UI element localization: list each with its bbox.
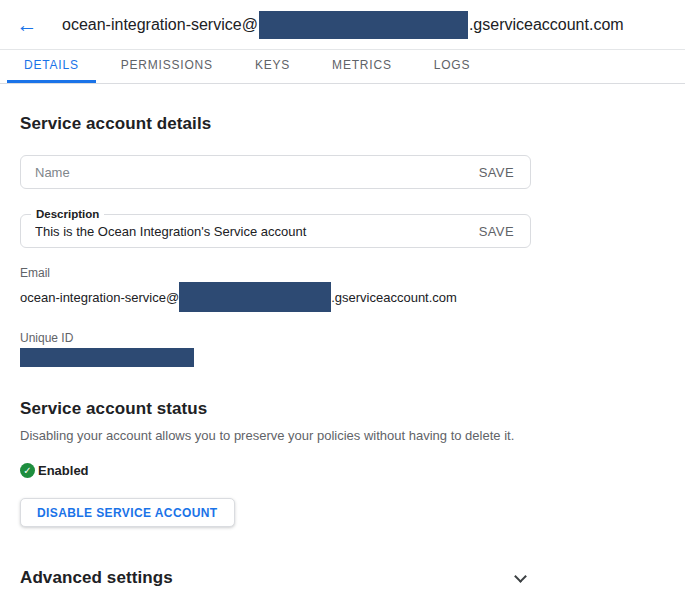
email-label: Email — [20, 266, 665, 280]
description-save-button[interactable]: SAVE — [477, 224, 516, 239]
email-value-prefix: ocean-integration-service@ — [20, 290, 179, 305]
tab-details[interactable]: DETAILS — [7, 50, 96, 83]
page-header: ← ocean-integration-service@ .gserviceac… — [0, 0, 685, 50]
enabled-check-icon: ✓ — [20, 463, 35, 478]
back-arrow-icon: ← — [17, 13, 38, 37]
tab-metrics[interactable]: METRICS — [315, 50, 409, 83]
section-heading-advanced: Advanced settings — [20, 568, 173, 588]
description-field: Description SAVE — [20, 214, 531, 248]
redaction-box-unique-id — [20, 348, 194, 367]
redaction-box-email — [179, 282, 331, 312]
name-save-button[interactable]: SAVE — [477, 165, 516, 180]
email-value-suffix: .gserviceaccount.com — [331, 290, 457, 305]
status-description: Disabling your account allows you to pre… — [20, 428, 665, 443]
redaction-box-title — [259, 11, 468, 39]
main-content: Service account details SAVE Description… — [0, 114, 685, 588]
description-input[interactable] — [35, 224, 477, 239]
title-prefix: ocean-integration-service@ — [62, 16, 258, 34]
status-badge: Enabled — [38, 463, 89, 478]
section-heading-details: Service account details — [20, 114, 665, 134]
description-field-label: Description — [31, 207, 104, 221]
name-input[interactable] — [35, 165, 477, 180]
status-row: ✓ Enabled — [20, 463, 665, 478]
name-field: SAVE — [20, 155, 531, 189]
tab-keys[interactable]: KEYS — [238, 50, 307, 83]
title-suffix: .gserviceaccount.com — [469, 16, 624, 34]
page-title: ocean-integration-service@ .gserviceacco… — [62, 11, 624, 39]
tab-permissions[interactable]: PERMISSIONS — [104, 50, 230, 83]
advanced-settings-row[interactable]: Advanced settings — [20, 568, 531, 588]
chevron-down-icon — [514, 570, 527, 583]
section-heading-status: Service account status — [20, 399, 665, 419]
disable-service-account-button[interactable]: DISABLE SERVICE ACCOUNT — [20, 498, 235, 527]
tab-bar: DETAILS PERMISSIONS KEYS METRICS LOGS — [0, 50, 685, 84]
tab-logs[interactable]: LOGS — [417, 50, 488, 83]
unique-id-label: Unique ID — [20, 331, 665, 345]
email-value: ocean-integration-service@ .gserviceacco… — [20, 281, 665, 313]
back-button[interactable]: ← — [14, 12, 40, 38]
